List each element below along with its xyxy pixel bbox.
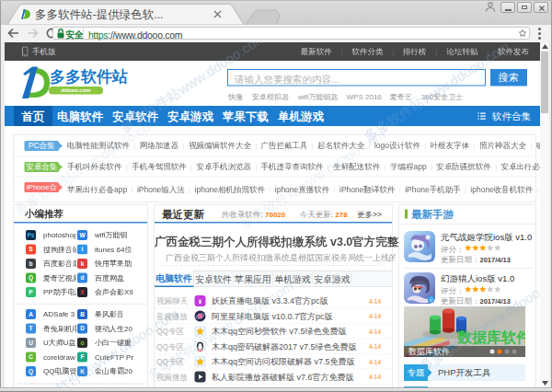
svg-text:数据库软件: 数据库软件	[456, 329, 525, 345]
svg-text:数据库软件: 数据库软件	[408, 347, 450, 356]
